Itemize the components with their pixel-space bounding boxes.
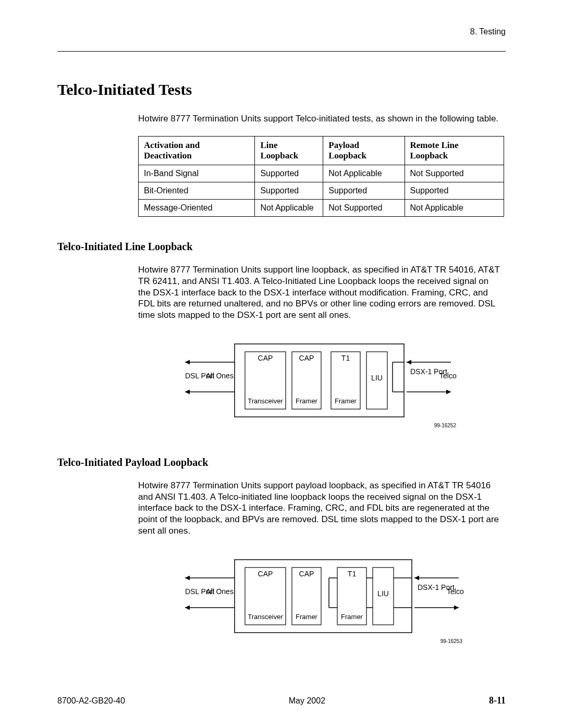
col-activation: Activation and Deactivation [139,137,255,165]
cell: Not Supported [405,165,504,182]
framer-label-3: Framer [296,613,318,621]
cell: Supported [255,165,323,182]
page-title: Telco-Initiated Tests [57,81,506,98]
chapter-header: 8. Testing [57,27,506,39]
liu-label-2: LIU [377,589,389,598]
transceiver-label: Transceiver [248,397,283,405]
framer-label-4: Framer [341,613,363,621]
footer-date: May 2002 [289,696,325,706]
cell: Supported [405,182,504,200]
footer-docid: 8700-A2-GB20-40 [57,696,125,706]
cell: Supported [255,182,323,200]
footer-pageno: 8-11 [489,695,506,706]
cell: Not Applicable [323,165,405,182]
transceiver-label-2: Transceiver [248,613,283,621]
cap-label-4: CAP [299,570,314,578]
intro-paragraph: Hotwire 8777 Termination Units support T… [138,113,506,125]
cell: Not Applicable [405,200,504,217]
figure-id-2: 99-16253 [440,638,463,644]
cell: Not Applicable [255,200,323,217]
framer-label-1: Framer [296,397,318,405]
cap-label-3: CAP [258,570,273,578]
header-rule [57,51,506,52]
cap-label: CAP [258,354,273,362]
col-line-loopback: Line Loopback [255,137,323,165]
all-ones-label-2: All Ones [206,587,234,596]
cell: In-Band Signal [139,165,255,182]
section-body-line-loopback: Hotwire 8777 Termination Units support l… [138,264,503,321]
payload-loopback-diagram: DSL Port All Ones CAP Transceiver CAP Fr… [138,554,503,648]
table-row: In-Band Signal Supported Not Applicable … [139,165,504,182]
all-ones-label: All Ones [206,372,234,380]
figure-id-1: 99-16252 [434,423,457,428]
tests-table: Activation and Deactivation Line Loopbac… [138,136,504,217]
section-heading-payload-loopback: Telco-Initiated Payload Loopback [57,456,506,468]
col-remote-line-loopback: Remote Line Loopback [405,137,504,165]
t1-label: T1 [341,354,350,362]
cell: Message-Oriented [139,200,255,217]
table-row: Message-Oriented Not Applicable Not Supp… [139,200,504,217]
cap-label-2: CAP [299,354,314,362]
section-body-payload-loopback: Hotwire 8777 Termination Units support p… [138,480,503,537]
line-loopback-diagram: DSL Port All Ones CAP Transceiver CAP Fr… [138,339,503,433]
cell: Not Supported [323,200,405,217]
cell: Bit-Oriented [139,182,255,200]
telco-label: Telco [439,372,457,380]
section-heading-line-loopback: Telco-Initiated Line Loopback [57,241,506,253]
telco-label-2: Telco [447,587,464,596]
table-header-row: Activation and Deactivation Line Loopbac… [139,137,504,165]
table-row: Bit-Oriented Supported Supported Support… [139,182,504,200]
framer-label-2: Framer [335,397,357,405]
col-payload-loopback: Payload Loopback [323,137,405,165]
page-footer: 8700-A2-GB20-40 May 2002 8-11 [57,695,506,706]
cell: Supported [323,182,405,200]
liu-label: LIU [371,374,383,382]
t1-label-2: T1 [348,570,357,578]
